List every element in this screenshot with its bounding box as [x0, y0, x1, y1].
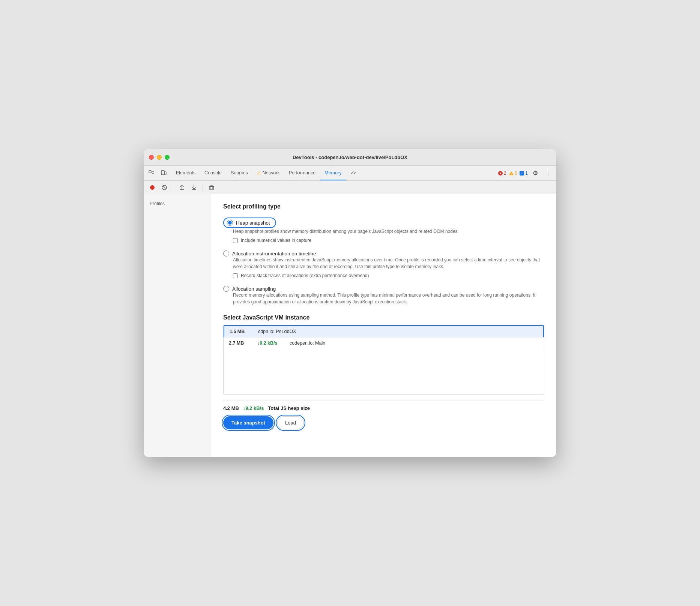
tab-elements[interactable]: Elements — [171, 166, 200, 180]
allocation-timeline-checkbox-label: Record stack traces of allocations (extr… — [241, 273, 369, 278]
svg-text:i: i — [521, 172, 522, 175]
allocation-sampling-desc: Record memory allocations using sampling… — [233, 292, 544, 305]
warning-icon: ⚠ — [257, 170, 261, 176]
footer-stats: 4.2 MB ↓9.2 kB/s Total JS heap size — [223, 405, 544, 411]
allocation-timeline-option: Allocation instrumentation on timeline A… — [223, 250, 544, 278]
record-button[interactable] — [147, 183, 157, 192]
vm-section-title: Select JavaScript VM instance — [223, 314, 544, 321]
tab-performance[interactable]: Performance — [284, 166, 320, 180]
svg-line-13 — [163, 186, 165, 189]
minimize-button[interactable] — [157, 155, 162, 160]
take-snapshot-button[interactable]: Take snapshot — [223, 416, 273, 429]
download-button[interactable] — [189, 183, 199, 192]
tab-console[interactable]: Console — [200, 166, 226, 180]
memory-toolbar — [144, 181, 556, 194]
vm-row-1[interactable]: 1.5 MB cdpn.io: PoLdbOX — [224, 325, 544, 338]
tab-icons — [147, 166, 168, 180]
total-speed: ↓9.2 kB/s — [243, 405, 264, 411]
device-icon[interactable] — [159, 168, 168, 178]
vm-row-2-name: codepen.io: Main — [290, 340, 325, 346]
clear-button[interactable] — [159, 183, 169, 192]
traffic-lights — [149, 155, 170, 160]
footer-area: 4.2 MB ↓9.2 kB/s Total JS heap size Take… — [223, 400, 544, 429]
vm-row-2[interactable]: 2.7 MB ↓9.2 kB/s codepen.io: Main — [224, 338, 544, 349]
heap-snapshot-selected-border: Heap snapshot — [223, 218, 276, 228]
warning-badge: ! 6 — [509, 171, 517, 176]
error-badge: 2 — [498, 171, 506, 176]
tab-elements-label: Elements — [176, 170, 195, 176]
more-options-icon[interactable]: ⋮ — [543, 168, 553, 178]
allocation-timeline-checkbox[interactable] — [233, 273, 238, 278]
maximize-button[interactable] — [165, 155, 170, 160]
tab-performance-label: Performance — [289, 170, 316, 176]
allocation-sampling-label: Allocation sampling — [232, 286, 276, 292]
tab-memory-label: Memory — [324, 170, 341, 176]
tab-network[interactable]: ⚠ Network — [252, 166, 284, 180]
allocation-timeline-checkbox-row: Record stack traces of allocations (extr… — [233, 273, 544, 278]
profiling-section-title: Select profiling type — [223, 203, 544, 210]
allocation-sampling-option: Allocation sampling Record memory alloca… — [223, 286, 544, 305]
sidebar-profiles-label: Profiles — [144, 199, 211, 208]
svg-point-11 — [150, 185, 155, 190]
heap-snapshot-option: Heap snapshot Heap snapshot profiles sho… — [223, 218, 544, 243]
tab-console-label: Console — [204, 170, 222, 176]
total-label: Total JS heap size — [268, 405, 310, 411]
vm-row-2-speed: ↓9.2 kB/s — [257, 340, 284, 346]
allocation-sampling-radio-label[interactable]: Allocation sampling — [223, 286, 544, 292]
allocation-timeline-desc: Allocation timelines show instrumented J… — [233, 256, 544, 270]
svg-text:!: ! — [511, 172, 511, 175]
devtools-window: DevTools - codepen.io/web-dot-dev/live/P… — [144, 149, 556, 457]
sidebar: Profiles — [144, 194, 211, 457]
heap-snapshot-checkbox[interactable] — [233, 238, 238, 243]
toolbar-divider-2 — [203, 184, 203, 191]
svg-rect-3 — [161, 171, 164, 175]
tab-right-area: 2 ! 6 i 1 ⚙ ⋮ — [498, 166, 553, 180]
allocation-sampling-radio[interactable] — [223, 286, 229, 292]
title-bar: DevTools - codepen.io/web-dot-dev/live/P… — [144, 149, 556, 166]
content-area: Select profiling type Heap snapshot Heap… — [211, 194, 556, 457]
heap-snapshot-radio[interactable] — [227, 220, 233, 226]
collect-garbage-button[interactable] — [207, 183, 216, 192]
close-button[interactable] — [149, 155, 154, 160]
footer-buttons: Take snapshot Load — [223, 416, 544, 429]
warning-count: 6 — [515, 171, 517, 176]
total-size: 4.2 MB — [223, 405, 239, 411]
more-tabs-label: >> — [350, 170, 356, 176]
heap-snapshot-label: Heap snapshot — [236, 220, 270, 226]
allocation-timeline-label: Allocation instrumentation on timeline — [232, 251, 316, 256]
vm-row-1-size: 1.5 MB — [230, 329, 252, 334]
load-button[interactable]: Load — [277, 416, 304, 429]
error-count: 2 — [504, 171, 506, 176]
tab-memory[interactable]: Memory — [320, 166, 346, 180]
svg-rect-16 — [210, 186, 213, 190]
tab-sources[interactable]: Sources — [226, 166, 252, 180]
vm-row-1-name: cdpn.io: PoLdbOX — [258, 329, 296, 334]
window-title: DevTools - codepen.io/web-dot-dev/live/P… — [293, 154, 407, 160]
toolbar-divider-1 — [173, 184, 173, 191]
svg-rect-4 — [165, 172, 166, 175]
inspect-icon[interactable] — [147, 168, 156, 178]
main-layout: Profiles Select profiling type Heap snap… — [144, 194, 556, 457]
tab-sources-label: Sources — [231, 170, 248, 176]
allocation-timeline-radio-label[interactable]: Allocation instrumentation on timeline — [223, 250, 544, 256]
upload-button[interactable] — [177, 183, 187, 192]
info-count: 1 — [525, 171, 528, 176]
heap-snapshot-checkbox-label: Include numerical values in capture — [241, 238, 311, 243]
settings-icon[interactable]: ⚙ — [530, 168, 541, 178]
tab-bar: Elements Console Sources ⚠ Network Perfo… — [144, 166, 556, 181]
heap-snapshot-desc: Heap snapshot profiles show memory distr… — [233, 228, 544, 235]
heap-snapshot-checkbox-row: Include numerical values in capture — [233, 238, 544, 243]
vm-row-2-size: 2.7 MB — [229, 340, 251, 346]
tab-more[interactable]: >> — [346, 166, 361, 180]
allocation-timeline-radio[interactable] — [223, 250, 229, 256]
svg-rect-0 — [149, 171, 151, 173]
info-badge: i 1 — [519, 171, 528, 176]
vm-instance-table: 1.5 MB cdpn.io: PoLdbOX 2.7 MB ↓9.2 kB/s… — [223, 325, 544, 394]
heap-snapshot-radio-label[interactable]: Heap snapshot — [227, 220, 270, 226]
vm-empty-space — [224, 349, 544, 394]
tab-network-label: Network — [263, 170, 280, 176]
